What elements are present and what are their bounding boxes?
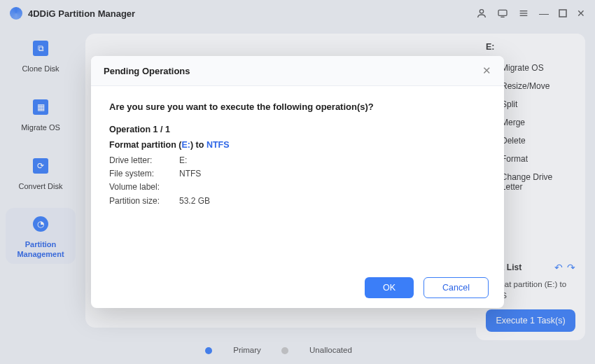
operation-counter: Operation 1 / 1 [109, 125, 486, 134]
op-row-size: Partition size:53.2 GB [109, 195, 486, 208]
operation-title: Format partition (E:) to NTFS [109, 140, 486, 150]
modal-overlay: Pending Operations ✕ Are you sure you wa… [0, 0, 595, 364]
op-row-volume-label: Volume label: [109, 181, 486, 194]
confirm-question: Are you sure you want to execute the fol… [109, 102, 486, 112]
dialog-footer: OK Cancel [91, 267, 504, 308]
dialog-title: Pending Operations [104, 66, 190, 76]
pending-operations-dialog: Pending Operations ✕ Are you sure you wa… [91, 56, 504, 308]
op-row-fs: File system:NTFS [109, 167, 486, 181]
dialog-header: Pending Operations ✕ [91, 56, 504, 86]
ok-button[interactable]: OK [365, 277, 414, 298]
close-icon[interactable]: ✕ [482, 64, 491, 77]
op-row-drive-letter: Drive letter:E: [109, 154, 486, 167]
cancel-button[interactable]: Cancel [424, 277, 489, 298]
dialog-body: Are you sure you want to execute the fol… [91, 86, 504, 267]
